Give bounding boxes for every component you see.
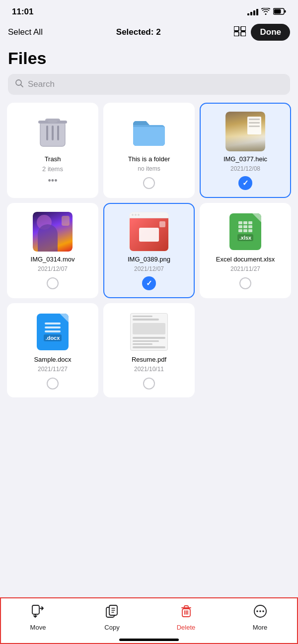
file-card-trash[interactable]: Trash 2 items ••• (7, 103, 98, 198)
bottom-toolbar: Move Copy Delete (0, 597, 298, 644)
file-name-trash: Trash (45, 155, 61, 164)
svg-rect-13 (57, 126, 59, 140)
svg-rect-4 (241, 26, 246, 31)
files-grid: Trash 2 items ••• This is a folder no it… (0, 103, 298, 397)
search-icon (15, 79, 24, 90)
status-time: 11:01 (12, 7, 33, 17)
file-name-heic: IMG_0377.heic (224, 155, 267, 164)
delete-label: Delete (177, 624, 196, 631)
svg-rect-5 (234, 32, 239, 36)
status-bar: 11:01 (0, 0, 298, 20)
search-bar[interactable]: Search (8, 74, 290, 95)
file-card-docx[interactable]: .docx Sample.docx 2021/11/27 (7, 303, 98, 397)
file-name-folder: This is a folder (128, 155, 170, 164)
file-thumbnail-xlsx: .xlsx (225, 212, 265, 252)
file-card-heic[interactable]: IMG_0377.heic 2021/12/08 (200, 103, 291, 198)
delete-icon (179, 604, 193, 622)
file-name-docx: Sample.docx (34, 356, 71, 364)
file-card-xlsx[interactable]: .xlsx Excel document.xlsx 2021/11/27 (200, 203, 291, 298)
copy-label: Copy (104, 624, 119, 631)
file-thumbnail-mov (33, 212, 73, 252)
status-icons (247, 8, 286, 16)
file-thumbnail-pdf (129, 312, 169, 352)
svg-rect-11 (46, 126, 48, 140)
toolbar-delete[interactable]: Delete (166, 604, 206, 631)
battery-icon (273, 8, 286, 16)
layout-toggle-icon[interactable] (234, 26, 246, 39)
select-circle-folder[interactable] (143, 177, 155, 189)
file-meta-docx: 2021/11/27 (38, 366, 68, 373)
file-meta-xlsx: 2021/11/27 (230, 265, 260, 272)
search-placeholder: Search (28, 79, 55, 89)
select-all-button[interactable]: Select All (8, 27, 43, 37)
svg-rect-6 (241, 32, 246, 36)
home-indicator (119, 639, 179, 641)
select-check-heic[interactable] (238, 176, 252, 190)
file-meta-folder: no items (138, 165, 160, 172)
file-card-mov[interactable]: IMG_0314.mov 2021/12/07 (7, 203, 98, 298)
wifi-icon (261, 8, 270, 16)
file-meta-mov: 2021/12/07 (38, 265, 68, 272)
selected-count: Selected: 2 (116, 27, 161, 37)
toolbar-move[interactable]: Move (18, 604, 58, 631)
file-card-png[interactable]: IMG_0389.png 2021/12/07 (103, 203, 195, 298)
move-label: Move (30, 624, 46, 631)
svg-point-14 (48, 120, 58, 123)
move-icon (31, 604, 45, 622)
toolbar-copy[interactable]: Copy (92, 604, 132, 631)
file-meta-heic: 2021/12/08 (230, 165, 260, 172)
file-meta-pdf: 2021/10/11 (134, 366, 164, 373)
done-button[interactable]: Done (251, 24, 290, 41)
svg-rect-15 (32, 605, 39, 614)
file-card-folder[interactable]: This is a folder no items (103, 103, 195, 198)
select-circle-xlsx[interactable] (239, 277, 251, 289)
file-thumbnail-heic (225, 112, 265, 151)
svg-rect-1 (274, 9, 281, 13)
file-meta-png: 2021/12/07 (134, 265, 164, 272)
select-circle-pdf[interactable] (143, 378, 155, 389)
svg-rect-2 (285, 10, 286, 12)
file-name-pdf: Resume.pdf (132, 356, 166, 364)
file-thumbnail-docx: .docx (33, 312, 73, 352)
top-bar: Select All Selected: 2 Done (0, 20, 298, 46)
file-dots-trash: ••• (48, 176, 58, 186)
svg-rect-12 (52, 126, 54, 140)
svg-point-20 (256, 610, 258, 612)
svg-rect-3 (234, 26, 239, 31)
file-name-xlsx: Excel document.xlsx (216, 256, 275, 264)
file-meta-trash: 2 items (42, 165, 63, 173)
select-check-png[interactable] (142, 276, 156, 290)
file-thumbnail-trash (33, 112, 73, 151)
file-thumbnail-png (129, 212, 169, 252)
more-label: More (253, 624, 268, 631)
toolbar-more[interactable]: More (240, 604, 280, 631)
file-thumbnail-folder (129, 112, 169, 151)
select-circle-mov[interactable] (47, 277, 59, 289)
search-container: Search (0, 74, 298, 103)
file-name-png: IMG_0389.png (128, 256, 170, 264)
svg-point-21 (259, 610, 261, 612)
svg-point-22 (262, 610, 264, 612)
copy-icon (105, 604, 119, 622)
signal-icon (247, 8, 258, 15)
file-name-mov: IMG_0314.mov (31, 256, 75, 264)
select-circle-docx[interactable] (47, 378, 59, 389)
page-title: Files (0, 46, 298, 74)
file-card-pdf[interactable]: Resume.pdf 2021/10/11 (103, 303, 195, 397)
top-right-actions: Done (234, 24, 290, 41)
more-icon (253, 604, 267, 622)
